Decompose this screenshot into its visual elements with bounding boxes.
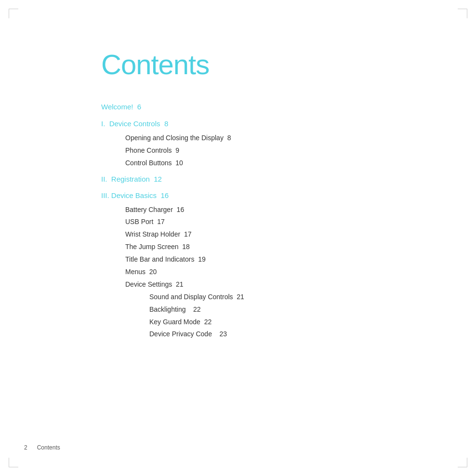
- footer: 2 Contents: [24, 444, 60, 451]
- toc-section-I: I. Device Controls 8 Opening and Closing…: [101, 117, 381, 169]
- list-item: Key Guard Mode 22: [149, 316, 381, 329]
- list-item: Opening and Closing the Display 8: [125, 132, 381, 145]
- list-item: Sound and Display Controls 21: [149, 291, 381, 304]
- list-item: USB Port 17: [125, 216, 381, 228]
- corner-mark-top-right: [458, 9, 467, 18]
- section-I-header: I. Device Controls 8: [101, 117, 381, 131]
- page: Contents Welcome! 6 I. Device Controls 8…: [0, 0, 476, 476]
- list-item: Device Settings 21 Sound and Display Con…: [125, 278, 381, 341]
- device-settings-subitems: Sound and Display Controls 21 Backlighti…: [125, 291, 381, 341]
- section-II-header: II. Registration 12: [101, 172, 381, 186]
- footer-text: 2 Contents: [24, 444, 60, 451]
- toc-section-II: II. Registration 12: [101, 172, 381, 186]
- corner-mark-bottom-right: [458, 458, 467, 467]
- list-item: Wrist Strap Holder 17: [125, 228, 381, 241]
- toc-section-III: III. Device Basics 16 Battery Charger 16…: [101, 189, 381, 341]
- list-item: Control Buttons 10: [125, 157, 381, 170]
- toc-list: Welcome! 6 I. Device Controls 8 Opening …: [101, 100, 381, 341]
- welcome-header: Welcome! 6: [101, 103, 141, 111]
- footer-page-number: 2: [24, 444, 27, 451]
- list-item: The Jump Screen 18: [125, 241, 381, 253]
- toc-welcome: Welcome! 6: [101, 100, 381, 114]
- page-title: Contents: [101, 48, 381, 80]
- section-III-subitems: Battery Charger 16 USB Port 17 Wrist Str…: [101, 204, 381, 341]
- corner-mark-bottom-left: [9, 458, 18, 467]
- section-I-subitems: Opening and Closing the Display 8 Phone …: [101, 132, 381, 170]
- section-III-header: III. Device Basics 16: [101, 189, 381, 203]
- list-item: Menus 20: [125, 266, 381, 278]
- list-item: Backlighting 22: [149, 304, 381, 316]
- list-item: Title Bar and Indicators 19: [125, 253, 381, 266]
- list-item: Battery Charger 16: [125, 204, 381, 216]
- corner-mark-top-left: [9, 9, 18, 18]
- list-item: Phone Controls 9: [125, 145, 381, 157]
- content-area: Contents Welcome! 6 I. Device Controls 8…: [101, 48, 381, 344]
- list-item: Device Privacy Code 23: [149, 328, 381, 341]
- footer-label: Contents: [37, 444, 60, 451]
